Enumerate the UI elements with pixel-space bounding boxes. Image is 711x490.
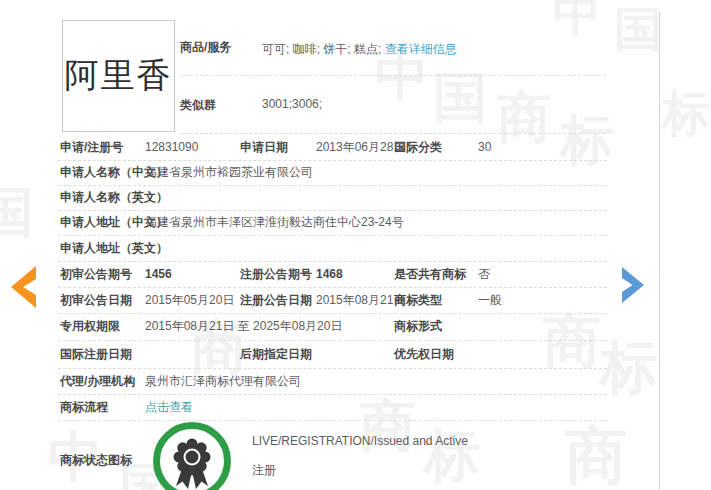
field-value: 12831090 [145, 135, 198, 160]
field-value: 2015年08月21日 至 2025年08月20日 [145, 313, 342, 340]
separator [180, 75, 606, 76]
watermark-glyph: 国 [433, 70, 487, 124]
watermark-glyph: 标 [662, 90, 710, 138]
detail-row: 申请/注册号12831090申请日期2013年06月28日国际分类30 [58, 135, 607, 161]
field-value: 福建省泉州市丰泽区津淮街毅达商住中心23-24号 [145, 210, 404, 235]
goods-services-value-wrap: 可可; 咖啡; 饼干; 糕点; 查看详细信息 [262, 39, 457, 58]
field-label: 申请/注册号 [60, 135, 123, 160]
trademark-process-link[interactable]: 点击查看 [145, 394, 193, 420]
trademark-detail-page: 中国商标中国国商商标中商标商国标 阿里香 商品/服务 可可; 咖啡; 饼干; 糕… [0, 0, 711, 490]
goods-services-value: 可可; 咖啡; 饼干; 糕点; [262, 42, 385, 56]
trademark-status-badge-icon [152, 421, 232, 490]
field-label: 优先权日期 [394, 340, 454, 368]
field-value: 2013年06月28日 [316, 135, 405, 160]
watermark-glyph: 商 [565, 425, 627, 487]
previous-arrow-button[interactable] [8, 266, 36, 308]
field-value: 1456 [145, 261, 172, 287]
field-label: 商标流程 [60, 394, 108, 420]
field-value: 福建省泉州市裕园茶业有限公司 [145, 160, 313, 185]
detail-row: 初审公告期号1456注册公告期号1468是否共有商标否 [58, 261, 607, 288]
field-value: 一般 [478, 287, 502, 313]
field-label: 注册公告日期 [240, 287, 312, 313]
detail-row: 专用权期限2015年08月21日 至 2025年08月20日商标形式 [58, 313, 607, 341]
next-arrow-button[interactable] [622, 267, 646, 303]
detail-row: 申请人名称（英文） [58, 185, 607, 211]
detail-row: 申请人名称（中文）福建省泉州市裕园茶业有限公司 [58, 160, 607, 186]
watermark-glyph: 国 [614, 6, 662, 54]
status-text-zh: 注册 [252, 462, 276, 479]
field-label: 国际注册日期 [60, 340, 132, 368]
detail-row: 申请人地址（中文）福建省泉州市丰泽区津淮街毅达商住中心23-24号 [58, 210, 607, 236]
detail-row: 申请人地址（英文） [58, 235, 607, 262]
watermark-glyph: 中 [553, 0, 601, 38]
detail-row: 初审公告日期2015年05月20日注册公告日期2015年08月21日商标类型一般 [58, 287, 607, 314]
field-value: 30 [478, 135, 491, 160]
field-label: 申请人地址（英文） [60, 235, 168, 261]
similar-group-label: 类似群 [180, 97, 216, 114]
detail-row: 国际注册日期后期指定日期优先权日期 [58, 340, 607, 369]
field-label: 专用权期限 [60, 313, 120, 340]
trademark-status-label: 商标状态图标 [60, 452, 132, 469]
goods-services-label: 商品/服务 [180, 39, 231, 56]
field-label: 后期指定日期 [240, 340, 312, 368]
detail-row: 商标流程点击查看 [58, 394, 607, 421]
field-value: 否 [478, 261, 490, 287]
field-label: 注册公告期号 [240, 261, 312, 287]
field-label: 是否共有商标 [394, 261, 466, 287]
page-right-edge-divider [659, 12, 660, 490]
field-value: 2015年08月21日 [316, 287, 405, 313]
field-label: 商标形式 [394, 313, 442, 340]
watermark-glyph: 国 [0, 185, 34, 239]
detail-row: 代理/办理机构泉州市汇泽商标代理有限公司 [58, 368, 607, 395]
field-label: 初审公告期号 [60, 261, 132, 287]
similar-group-value: 3001;3006; [262, 97, 322, 111]
field-value: 2015年05月20日 [145, 287, 234, 313]
trademark-name-text: 阿里香 [65, 53, 173, 99]
trademark-image: 阿里香 [62, 20, 175, 132]
field-label: 商标类型 [394, 287, 442, 313]
field-label: 国际分类 [394, 135, 442, 160]
watermark-glyph: 标 [600, 338, 658, 396]
field-label: 申请日期 [240, 135, 288, 160]
field-value: 1468 [316, 261, 343, 287]
field-label: 申请人名称（英文） [60, 185, 168, 210]
status-text-en: LIVE/REGISTRATION/Issued and Active [252, 434, 468, 448]
field-value: 泉州市汇泽商标代理有限公司 [145, 368, 301, 394]
field-label: 代理/办理机构 [60, 368, 135, 394]
field-label: 初审公告日期 [60, 287, 132, 313]
view-details-link[interactable]: 查看详细信息 [385, 42, 457, 56]
separator [180, 133, 606, 134]
